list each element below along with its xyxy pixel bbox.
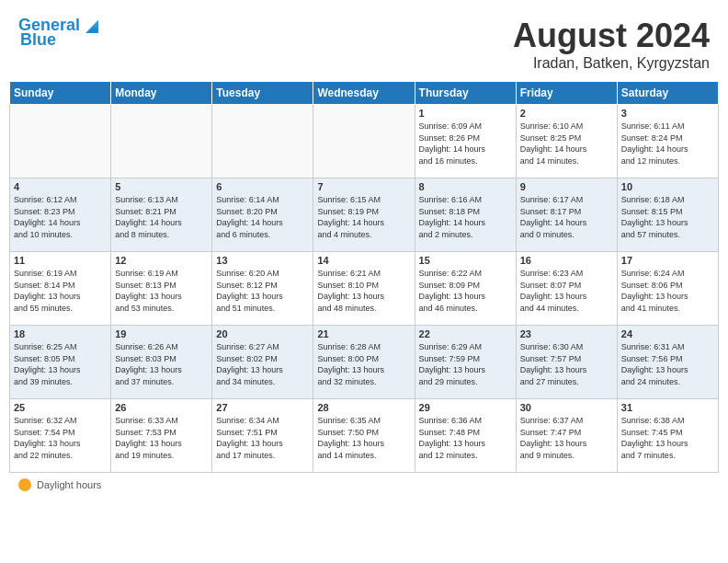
- day-number: 16: [520, 255, 613, 266]
- col-header-sunday: Sunday: [10, 82, 111, 105]
- day-number: 3: [621, 108, 714, 119]
- calendar-cell: 24Sunrise: 6:31 AM Sunset: 7:56 PM Dayli…: [617, 326, 718, 399]
- calendar-footer: Daylight hours: [9, 473, 719, 491]
- calendar-cell: 28Sunrise: 6:35 AM Sunset: 7:50 PM Dayli…: [313, 399, 415, 473]
- logo: General Blue: [18, 17, 102, 50]
- calendar-cell: 23Sunrise: 6:30 AM Sunset: 7:57 PM Dayli…: [516, 326, 617, 399]
- calendar-cell: 19Sunrise: 6:26 AM Sunset: 8:03 PM Dayli…: [111, 326, 212, 399]
- calendar-cell: [313, 105, 415, 178]
- calendar-cell: 20Sunrise: 6:27 AM Sunset: 8:02 PM Dayli…: [212, 326, 313, 399]
- day-number: 29: [419, 402, 512, 413]
- calendar-cell: 7Sunrise: 6:15 AM Sunset: 8:19 PM Daylig…: [313, 178, 415, 252]
- day-number: 13: [216, 255, 309, 266]
- day-number: 28: [317, 402, 410, 413]
- col-header-monday: Monday: [111, 82, 212, 105]
- day-info: Sunrise: 6:17 AM Sunset: 8:17 PM Dayligh…: [520, 194, 613, 240]
- day-info: Sunrise: 6:21 AM Sunset: 8:10 PM Dayligh…: [317, 268, 410, 314]
- day-number: 22: [419, 328, 512, 339]
- calendar-cell: 13Sunrise: 6:20 AM Sunset: 8:12 PM Dayli…: [212, 252, 313, 326]
- day-info: Sunrise: 6:28 AM Sunset: 8:00 PM Dayligh…: [317, 341, 410, 387]
- day-number: 8: [419, 181, 512, 192]
- calendar-cell: 25Sunrise: 6:32 AM Sunset: 7:54 PM Dayli…: [10, 399, 111, 473]
- day-info: Sunrise: 6:30 AM Sunset: 7:57 PM Dayligh…: [520, 341, 613, 387]
- day-info: Sunrise: 6:31 AM Sunset: 7:56 PM Dayligh…: [621, 341, 714, 387]
- day-number: 11: [14, 255, 107, 266]
- day-info: Sunrise: 6:11 AM Sunset: 8:24 PM Dayligh…: [621, 121, 714, 167]
- calendar-cell: 21Sunrise: 6:28 AM Sunset: 8:00 PM Dayli…: [313, 326, 415, 399]
- calendar-cell: 22Sunrise: 6:29 AM Sunset: 7:59 PM Dayli…: [415, 326, 516, 399]
- sun-icon: [18, 478, 31, 491]
- day-info: Sunrise: 6:13 AM Sunset: 8:21 PM Dayligh…: [115, 194, 208, 240]
- calendar-cell: 26Sunrise: 6:33 AM Sunset: 7:53 PM Dayli…: [111, 399, 212, 473]
- daylight-label: Daylight hours: [37, 479, 101, 490]
- calendar-cell: 4Sunrise: 6:12 AM Sunset: 8:23 PM Daylig…: [10, 178, 111, 252]
- day-number: 20: [216, 328, 309, 339]
- page-header: General Blue August 2024 Iradan, Batken,…: [9, 9, 719, 75]
- col-header-tuesday: Tuesday: [212, 82, 313, 105]
- day-number: 9: [520, 181, 613, 192]
- calendar-cell: [10, 105, 111, 178]
- calendar-cell: 6Sunrise: 6:14 AM Sunset: 8:20 PM Daylig…: [212, 178, 313, 252]
- col-header-wednesday: Wednesday: [313, 82, 415, 105]
- day-info: Sunrise: 6:16 AM Sunset: 8:18 PM Dayligh…: [419, 194, 512, 240]
- day-info: Sunrise: 6:19 AM Sunset: 8:14 PM Dayligh…: [14, 268, 107, 314]
- day-number: 31: [621, 402, 714, 413]
- day-number: 14: [317, 255, 410, 266]
- day-number: 15: [419, 255, 512, 266]
- day-info: Sunrise: 6:27 AM Sunset: 8:02 PM Dayligh…: [216, 341, 309, 387]
- day-number: 2: [520, 108, 613, 119]
- calendar-cell: 1Sunrise: 6:09 AM Sunset: 8:26 PM Daylig…: [415, 105, 516, 178]
- day-number: 12: [115, 255, 208, 266]
- day-number: 24: [621, 328, 714, 339]
- calendar-cell: 10Sunrise: 6:18 AM Sunset: 8:15 PM Dayli…: [617, 178, 718, 252]
- day-info: Sunrise: 6:33 AM Sunset: 7:53 PM Dayligh…: [115, 415, 208, 461]
- day-info: Sunrise: 6:37 AM Sunset: 7:47 PM Dayligh…: [520, 415, 613, 461]
- calendar-cell: [111, 105, 212, 178]
- day-info: Sunrise: 6:14 AM Sunset: 8:20 PM Dayligh…: [216, 194, 309, 240]
- calendar-cell: [212, 105, 313, 178]
- calendar-cell: 27Sunrise: 6:34 AM Sunset: 7:51 PM Dayli…: [212, 399, 313, 473]
- day-info: Sunrise: 6:26 AM Sunset: 8:03 PM Dayligh…: [115, 341, 208, 387]
- calendar-cell: 14Sunrise: 6:21 AM Sunset: 8:10 PM Dayli…: [313, 252, 415, 326]
- day-info: Sunrise: 6:18 AM Sunset: 8:15 PM Dayligh…: [621, 194, 714, 240]
- calendar-cell: 30Sunrise: 6:37 AM Sunset: 7:47 PM Dayli…: [516, 399, 617, 473]
- title-block: August 2024 Iradan, Batken, Kyrgyzstan: [513, 17, 710, 72]
- day-number: 21: [317, 328, 410, 339]
- day-info: Sunrise: 6:09 AM Sunset: 8:26 PM Dayligh…: [419, 121, 512, 167]
- calendar-cell: 29Sunrise: 6:36 AM Sunset: 7:48 PM Dayli…: [415, 399, 516, 473]
- month-year-title: August 2024: [513, 17, 710, 55]
- day-info: Sunrise: 6:29 AM Sunset: 7:59 PM Dayligh…: [419, 341, 512, 387]
- svg-marker-1: [91, 20, 98, 28]
- calendar-cell: 3Sunrise: 6:11 AM Sunset: 8:24 PM Daylig…: [617, 105, 718, 178]
- day-number: 26: [115, 402, 208, 413]
- calendar-cell: 16Sunrise: 6:23 AM Sunset: 8:07 PM Dayli…: [516, 252, 617, 326]
- day-number: 23: [520, 328, 613, 339]
- calendar-cell: 18Sunrise: 6:25 AM Sunset: 8:05 PM Dayli…: [10, 326, 111, 399]
- col-header-thursday: Thursday: [415, 82, 516, 105]
- calendar-cell: 8Sunrise: 6:16 AM Sunset: 8:18 PM Daylig…: [415, 178, 516, 252]
- day-info: Sunrise: 6:10 AM Sunset: 8:25 PM Dayligh…: [520, 121, 613, 167]
- calendar-cell: 15Sunrise: 6:22 AM Sunset: 8:09 PM Dayli…: [415, 252, 516, 326]
- day-number: 25: [14, 402, 107, 413]
- day-number: 27: [216, 402, 309, 413]
- calendar-week-row: 11Sunrise: 6:19 AM Sunset: 8:14 PM Dayli…: [10, 252, 719, 326]
- day-info: Sunrise: 6:35 AM Sunset: 7:50 PM Dayligh…: [317, 415, 410, 461]
- day-number: 6: [216, 181, 309, 192]
- day-info: Sunrise: 6:38 AM Sunset: 7:45 PM Dayligh…: [621, 415, 714, 461]
- calendar-cell: 11Sunrise: 6:19 AM Sunset: 8:14 PM Dayli…: [10, 252, 111, 326]
- day-number: 17: [621, 255, 714, 266]
- day-info: Sunrise: 6:12 AM Sunset: 8:23 PM Dayligh…: [14, 194, 107, 240]
- day-info: Sunrise: 6:25 AM Sunset: 8:05 PM Dayligh…: [14, 341, 107, 387]
- calendar-cell: 5Sunrise: 6:13 AM Sunset: 8:21 PM Daylig…: [111, 178, 212, 252]
- day-number: 1: [419, 108, 512, 119]
- day-number: 18: [14, 328, 107, 339]
- col-header-saturday: Saturday: [617, 82, 718, 105]
- day-info: Sunrise: 6:15 AM Sunset: 8:19 PM Dayligh…: [317, 194, 410, 240]
- day-info: Sunrise: 6:20 AM Sunset: 8:12 PM Dayligh…: [216, 268, 309, 314]
- day-info: Sunrise: 6:34 AM Sunset: 7:51 PM Dayligh…: [216, 415, 309, 461]
- day-info: Sunrise: 6:36 AM Sunset: 7:48 PM Dayligh…: [419, 415, 512, 461]
- day-number: 4: [14, 181, 107, 192]
- day-info: Sunrise: 6:19 AM Sunset: 8:13 PM Dayligh…: [115, 268, 208, 314]
- calendar-week-row: 4Sunrise: 6:12 AM Sunset: 8:23 PM Daylig…: [10, 178, 719, 252]
- calendar-cell: 31Sunrise: 6:38 AM Sunset: 7:45 PM Dayli…: [617, 399, 718, 473]
